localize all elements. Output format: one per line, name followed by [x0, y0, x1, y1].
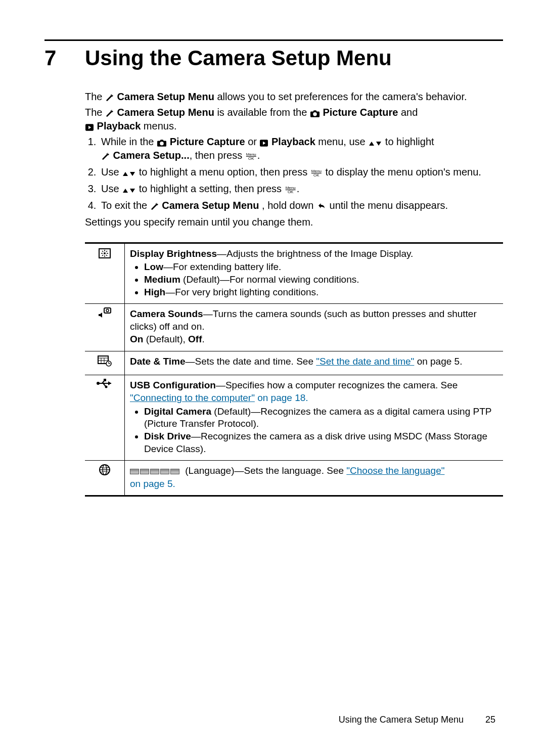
intro-paragraph-2: The Camera Setup Menu is available from …: [85, 106, 503, 133]
date-time-desc: Date & Time—Sets the date and time. See …: [125, 351, 504, 375]
text: Use: [101, 166, 122, 177]
wrench-icon: [151, 202, 159, 210]
text: —Sets the language. See: [234, 465, 346, 476]
row-usb-config: USB Configuration—Specifies how a comput…: [85, 375, 503, 461]
language-desc: (Language)—Sets the language. See "Choos…: [125, 461, 504, 496]
menu-ok-icon: MenuOK: [311, 169, 322, 177]
text: —For very bright lighting conditions.: [165, 287, 318, 297]
usb-icon: [85, 375, 125, 461]
step-2: Use to highlight a menu option, then pre…: [99, 165, 503, 179]
option-on: On: [130, 334, 143, 344]
option-medium: Medium: [144, 274, 180, 285]
label-playback: Playback: [97, 120, 141, 131]
settings-persist-note: Settings you specify remain until you ch…: [85, 215, 503, 229]
wrench-icon: [102, 152, 110, 160]
text: (Default): [180, 274, 220, 285]
option-high: High: [144, 287, 165, 297]
text: Use: [101, 183, 122, 194]
text: on page 18.: [255, 392, 308, 403]
label-playback: Playback: [271, 136, 315, 147]
language-label: (Language): [185, 465, 234, 476]
row-display-brightness: Display Brightness—Adjusts the brightnes…: [85, 243, 503, 304]
setting-title: Display Brightness: [130, 248, 217, 259]
steps-list: While in the Picture Capture or Playback…: [85, 135, 503, 212]
back-arrow-icon: [317, 202, 326, 210]
chapter-title: Using the Camera Setup Menu: [85, 44, 392, 73]
svg-rect-12: [104, 308, 111, 313]
step-4: To exit the Camera Setup Menu , hold dow…: [99, 199, 503, 212]
text: , hold down: [262, 200, 316, 211]
option-digital-camera: Digital Camera: [144, 406, 211, 417]
option-off: Off: [188, 334, 202, 344]
label-camera-setup-menu: Camera Setup Menu: [162, 200, 259, 211]
intro-paragraph-1: The Camera Setup Menu allows you to set …: [85, 90, 503, 104]
chapter-number: 7: [44, 44, 85, 73]
svg-point-25: [105, 386, 108, 388]
wrench-icon: [106, 94, 114, 102]
text: To exit the: [101, 200, 150, 211]
text: .: [297, 183, 300, 194]
up-down-arrows-icon: [369, 141, 382, 147]
setting-title: USB Configuration: [130, 380, 216, 390]
settings-table: Display Brightness—Adjusts the brightnes…: [85, 242, 503, 497]
text: .: [257, 150, 260, 161]
row-date-time: Date & Time—Sets the date and time. See …: [85, 351, 503, 375]
chapter-heading: 7 Using the Camera Setup Menu: [44, 44, 503, 73]
menu-ok-icon: MenuOK: [286, 186, 296, 194]
text: —Adjusts the brightness of the Image Dis…: [217, 248, 413, 259]
label-camera-setup-menu: Camera Setup Menu: [117, 107, 214, 118]
sounds-icon: [85, 304, 125, 351]
wrench-icon: [106, 109, 114, 117]
up-down-arrows-icon: [122, 188, 135, 194]
text: —Recognizes the camera as a disk drive u…: [144, 431, 487, 454]
language-flags-icon: [130, 465, 180, 478]
text: —Specifies how a computer recognizes the…: [216, 380, 458, 390]
text: to highlight: [385, 136, 434, 147]
label-camera-setup-menu: Camera Setup Menu: [117, 91, 214, 102]
step-1: While in the Picture Capture or Playback…: [99, 135, 503, 162]
text: —Sets the date and time. See: [185, 356, 316, 367]
text: on page 5.: [130, 478, 175, 489]
manual-page: 7 Using the Camera Setup Menu The Camera…: [0, 0, 546, 756]
link-set-date-time[interactable]: "Set the date and time": [316, 356, 414, 367]
link-connecting-computer[interactable]: "Connecting to the computer": [130, 392, 255, 403]
text: .: [202, 334, 205, 344]
page-footer: Using the Camera Setup Menu 25: [339, 714, 495, 726]
body-content: The Camera Setup Menu allows you to set …: [85, 90, 503, 497]
option-disk-drive: Disk Drive: [144, 431, 191, 441]
text: The: [85, 107, 105, 118]
text: The: [85, 91, 105, 102]
option-low: Low: [144, 261, 163, 272]
camera-icon: [310, 110, 320, 117]
text: to highlight a setting, then press: [139, 183, 285, 194]
text: or: [248, 136, 259, 147]
text: to highlight a menu option, then press: [139, 166, 310, 177]
setting-title: Date & Time: [130, 356, 185, 367]
label-picture-capture: Picture Capture: [323, 107, 398, 118]
text: —For extending battery life.: [163, 261, 281, 272]
text: (Default),: [143, 334, 188, 344]
svg-line-8: [106, 255, 107, 256]
text: —For normal viewing conditions.: [220, 274, 359, 285]
globe-icon: [85, 461, 125, 496]
text: While in the: [101, 136, 157, 147]
svg-point-13: [106, 309, 109, 312]
label-camera-setup: Camera Setup...: [113, 150, 190, 161]
row-language: (Language)—Sets the language. See "Choos…: [85, 461, 503, 496]
footer-section: Using the Camera Setup Menu: [339, 715, 464, 725]
brightness-icon: [85, 243, 125, 304]
link-choose-language[interactable]: "Choose the language": [346, 465, 444, 476]
svg-point-11: [104, 252, 106, 254]
text: menu, use: [318, 136, 368, 147]
text: menus.: [144, 120, 177, 131]
step-3: Use to highlight a setting, then press M…: [99, 182, 503, 196]
text: allows you to set preferences for the ca…: [217, 91, 467, 102]
svg-line-9: [106, 251, 107, 252]
footer-page-number: 25: [485, 714, 495, 726]
row-camera-sounds: Camera Sounds—Turns the camera sounds (s…: [85, 304, 503, 351]
sounds-desc: Camera Sounds—Turns the camera sounds (s…: [125, 304, 504, 351]
brightness-desc: Display Brightness—Adjusts the brightnes…: [125, 243, 504, 304]
playback-icon: [260, 140, 268, 147]
text: on page 5.: [414, 356, 462, 367]
camera-icon: [157, 140, 166, 147]
